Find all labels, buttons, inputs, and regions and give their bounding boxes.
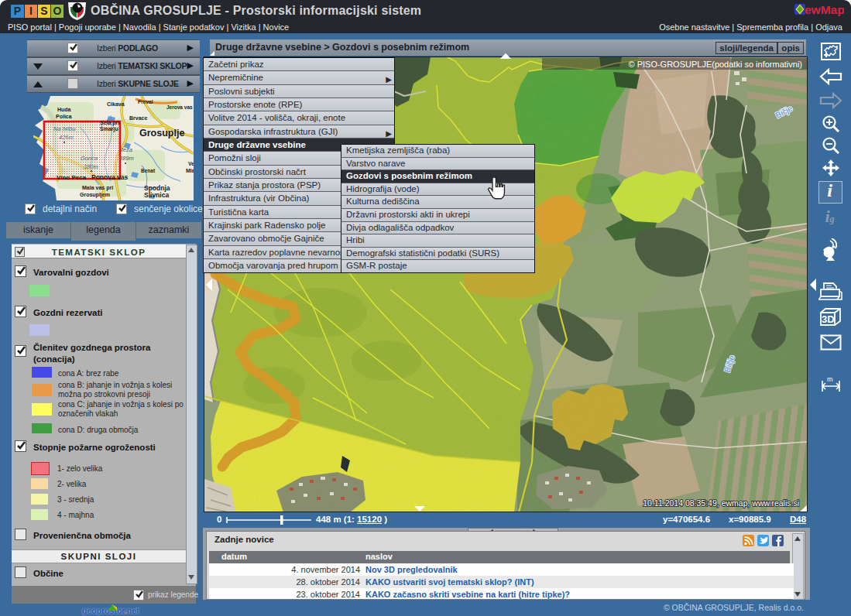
svg-text:ewMap: ewMap <box>805 3 844 16</box>
svg-text:Preval: Preval <box>138 99 153 104</box>
svg-text:Cikava: Cikava <box>107 101 125 107</box>
svg-text:10.11.2014 08:35:49, ewmap, ww: 10.11.2014 08:35:49, ewmap, www.realis.s… <box>643 498 799 508</box>
svg-text:Gorica: Gorica <box>81 155 98 162</box>
svg-text:Na hribu: Na hribu <box>53 125 76 132</box>
svg-text:Huda: Huda <box>57 107 71 112</box>
svg-text:389m: 389m <box>119 155 134 162</box>
svg-text:426m: 426m <box>59 134 74 141</box>
svg-text:Polica: Polica <box>56 114 72 119</box>
svg-text:© PISO-GROSUPLJE(podatki so in: © PISO-GROSUPLJE(podatki so informativni… <box>628 60 802 69</box>
svg-text:m: m <box>827 375 833 383</box>
svg-text:Benat: Benat <box>141 168 156 173</box>
svg-text:Šmarju: Šmarju <box>100 125 118 132</box>
svg-text:Jerova vas: Jerova vas <box>166 104 193 110</box>
svg-text:Mlač: Mlač <box>186 168 194 173</box>
svg-text:380m: 380m <box>84 163 98 170</box>
svg-text:Ponova vas: Ponova vas <box>91 173 129 181</box>
svg-text:Sela pri: Sela pri <box>100 120 119 126</box>
svg-text:Slivnica: Slivnica <box>144 191 169 199</box>
svg-text:Vel: Vel <box>188 161 194 166</box>
svg-text:Brvace: Brvace <box>129 115 147 121</box>
svg-text:Grosupljem: Grosupljem <box>80 192 110 198</box>
svg-text:Ježa: Ježa <box>119 146 132 153</box>
svg-text:3D: 3D <box>822 313 835 325</box>
svg-text:Mala vas pri: Mala vas pri <box>82 185 113 191</box>
svg-text:Vino Peca: Vino Peca <box>57 174 87 181</box>
svg-text:Grosuplje: Grosuplje <box>139 128 184 139</box>
